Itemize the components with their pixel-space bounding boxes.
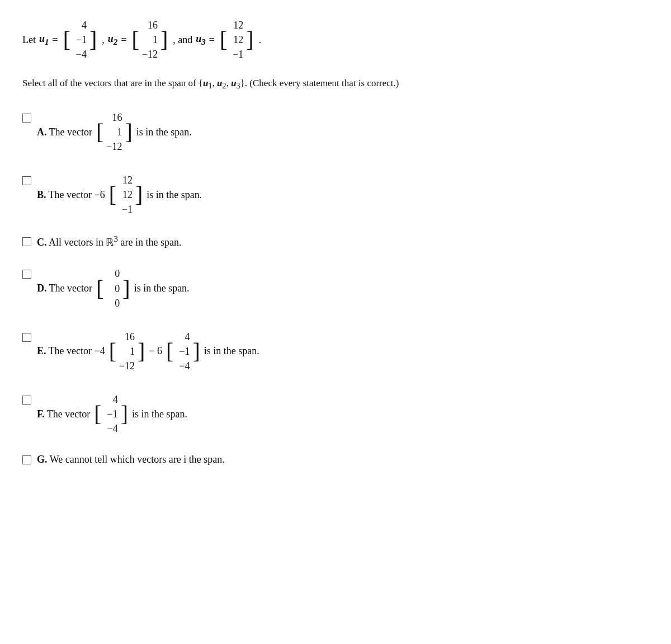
bracket-left [166, 340, 173, 363]
intro-comma1: , [102, 34, 105, 46]
option-A-label: A. [37, 125, 47, 140]
option-D-text-after: is in the span. [134, 281, 190, 296]
option-E-m1-r2: 1 [121, 344, 135, 359]
checkbox-G[interactable] [22, 455, 31, 464]
option-B-col: 12 12 −1 [117, 172, 135, 218]
option-A-text-after: is in the span. [136, 125, 192, 140]
option-D-text-before: The vector [49, 281, 92, 296]
u2-r2: 1 [144, 32, 158, 47]
option-F: F. The vector 4 −1 −4 is in the span. [22, 391, 649, 437]
option-E-col2: 4 −1 −4 [174, 328, 192, 374]
u3-col: 12 12 −1 [228, 17, 245, 63]
option-F-r2: −1 [105, 407, 118, 421]
intro-eq3: = [209, 34, 215, 46]
option-D-r3: 0 [106, 296, 120, 311]
option-E-matrix1: 16 1 −12 [108, 328, 146, 374]
bracket-left [109, 184, 116, 206]
option-B-label: B. [37, 187, 46, 203]
option-F-text-before: The vector [47, 407, 90, 422]
option-A-r2: 1 [108, 125, 122, 139]
option-B-content: B. The vector −6 12 12 −1 is in the span… [37, 172, 202, 218]
intro-prefix: Let [22, 34, 36, 46]
checkbox-E[interactable] [22, 333, 31, 342]
bracket-left [220, 29, 227, 51]
option-A-text-before: The vector [49, 125, 92, 140]
u1-r1: 4 [73, 18, 87, 32]
checkbox-B[interactable] [22, 176, 31, 185]
option-E-m2-r2: −1 [176, 344, 190, 359]
u2-col: 16 1 −12 [140, 17, 160, 63]
option-G-label: G. [37, 454, 48, 465]
option-D-r1: 0 [106, 266, 120, 281]
option-E-m1-r3: −12 [119, 359, 135, 373]
option-B-text-before: The vector −6 [49, 187, 105, 203]
bracket-right [122, 278, 130, 300]
u2-r1: 16 [144, 18, 158, 32]
intro-eq1: = [53, 34, 58, 46]
option-F-r3: −4 [105, 421, 118, 436]
option-B-r3: −1 [119, 202, 133, 217]
option-E-m2-r3: −4 [176, 359, 190, 373]
intro-period: . [259, 34, 262, 46]
option-E-content: E. The vector −4 16 1 −12 − 6 4 −1 −4 is… [37, 328, 259, 374]
option-C: C. All vectors in ℝ3 are in the span. [22, 234, 649, 248]
bracket-right [125, 121, 132, 143]
u3-label: u3 [196, 33, 206, 47]
u1-sub: 1 [45, 37, 49, 46]
option-B-matrix: 12 12 −1 [108, 172, 144, 218]
checkbox-A[interactable] [22, 114, 31, 123]
option-F-matrix: 4 −1 −4 [93, 391, 129, 437]
u3-r3: −1 [230, 47, 243, 62]
option-B-r2: 12 [119, 187, 133, 202]
option-A-r1: 16 [108, 110, 122, 125]
bracket-left [63, 29, 70, 51]
option-F-content: F. The vector 4 −1 −4 is in the span. [37, 391, 187, 437]
checkbox-C[interactable] [22, 237, 31, 246]
option-A-content: A. The vector 16 1 −12 is in the span. [37, 109, 192, 155]
option-E-m1-r1: 16 [121, 330, 135, 344]
bracket-left [94, 403, 101, 425]
checkbox-E-area [22, 331, 31, 342]
u3-r2: 12 [230, 32, 243, 47]
checkbox-B-area [22, 174, 31, 186]
option-F-col: 4 −1 −4 [102, 391, 120, 437]
option-C-content: C. All vectors in ℝ3 are in the span. [37, 234, 181, 248]
intro-comma2: , and [173, 34, 192, 46]
option-B: B. The vector −6 12 12 −1 is in the span… [22, 172, 649, 218]
option-E-op: − 6 [149, 344, 162, 359]
u1-col: 4 −1 −4 [71, 17, 89, 63]
option-E: E. The vector −4 16 1 −12 − 6 4 −1 −4 is… [22, 328, 649, 374]
option-A-col: 16 1 −12 [104, 109, 124, 155]
u2-sub: 2 [114, 37, 118, 46]
option-G: G. We cannot tell which vectors are i th… [22, 454, 649, 466]
option-D: D. The vector 0 0 0 is in the span. [22, 265, 649, 311]
option-F-label: F. [37, 407, 45, 422]
option-E-label: E. [37, 344, 46, 359]
u1-matrix: 4 −1 −4 [63, 17, 98, 63]
u2-r3: −12 [142, 47, 158, 62]
u3-r1: 12 [230, 18, 243, 32]
bracket-left [96, 278, 103, 300]
option-E-m2-r1: 4 [176, 330, 190, 344]
option-B-text-after: is in the span. [147, 187, 202, 203]
u1-label: u1 [39, 33, 49, 47]
option-G-content: G. We cannot tell which vectors are i th… [37, 454, 225, 466]
bracket-left [132, 29, 139, 51]
checkbox-D[interactable] [22, 270, 31, 279]
bracket-right [192, 340, 200, 363]
option-A: A. The vector 16 1 −12 is in the span. [22, 109, 649, 155]
u3-matrix: 12 12 −1 [219, 17, 254, 63]
u1-r2: −1 [73, 32, 87, 47]
intro-eq2: = [121, 34, 126, 46]
option-A-r3: −12 [106, 139, 122, 154]
bracket-left [96, 121, 103, 143]
intro-line: Let u1 = 4 −1 −4 , u2 = 16 1 −12 , and u… [22, 17, 649, 63]
option-F-text-after: is in the span. [132, 407, 187, 422]
u3-sub: 3 [201, 37, 206, 46]
u1-r3: −4 [73, 47, 87, 62]
option-C-label: C. [37, 237, 47, 248]
checkbox-F[interactable] [22, 396, 31, 405]
option-F-r1: 4 [105, 392, 118, 407]
bracket-right [246, 29, 253, 51]
option-D-matrix: 0 0 0 [96, 265, 131, 311]
